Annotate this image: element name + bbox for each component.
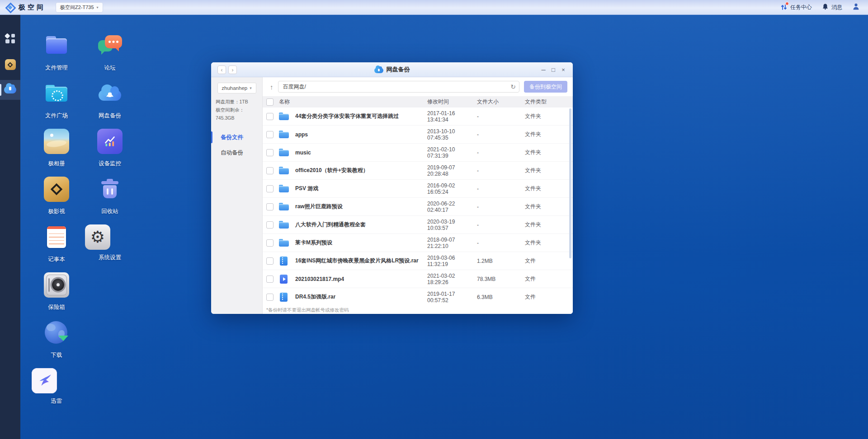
desktop-item-label: 网盘备份 <box>85 112 135 120</box>
forward-button[interactable]: › <box>228 65 237 74</box>
row-checkbox[interactable] <box>266 239 274 247</box>
column-type: 文件类型 <box>525 98 573 106</box>
notification-dot <box>785 2 789 5</box>
up-arrow-icon[interactable]: ↑ <box>270 83 274 91</box>
photos-icon <box>44 129 69 154</box>
file-name: office2010（软件+安装教程） <box>295 167 368 174</box>
account-dropdown[interactable]: zhuhanhep ▾ <box>217 83 256 93</box>
desktop-item-device-monitor[interactable]: 设备监控 <box>85 129 135 168</box>
sidebar-item-apps-grid[interactable] <box>0 28 20 48</box>
row-checkbox[interactable] <box>266 185 274 192</box>
row-checkbox[interactable] <box>266 167 274 174</box>
recycle-bin-icon <box>97 177 123 202</box>
notepad-icon <box>44 224 69 250</box>
file-size: - <box>477 240 525 246</box>
file-modified: 2016-09-02 16:05:24 <box>427 182 477 195</box>
table-row[interactable]: 202103021817.mp42021-03-02 18:29:2678.3M… <box>263 270 573 288</box>
file-plaza-icon <box>44 81 69 106</box>
cloud-backup-icon <box>97 81 123 106</box>
thunder-icon <box>32 368 57 393</box>
file-type: 文件夹 <box>525 131 573 138</box>
file-name: 202103021817.mp4 <box>295 276 344 282</box>
space-remaining: 极空间剩余：745.3GB <box>216 106 262 122</box>
file-type: 文件夹 <box>525 185 573 192</box>
minimize-button[interactable]: ─ <box>539 66 547 73</box>
file-modified: 2019-09-07 20:28:48 <box>427 164 477 177</box>
toolbar: ↑ ↻ 备份到极空间 <box>263 77 573 96</box>
row-checkbox[interactable] <box>266 149 274 156</box>
back-button[interactable]: ‹ <box>217 65 226 74</box>
desktop-item-file-manager[interactable]: 文件管理 <box>32 33 81 72</box>
row-checkbox[interactable] <box>266 131 274 138</box>
row-checkbox[interactable] <box>266 221 274 229</box>
close-button[interactable]: × <box>559 66 567 73</box>
storage-info: 网盘用量：1TB 极空间剩余：745.3GB <box>216 98 262 122</box>
window-side-panel: zhuhanhep ▾ 网盘用量：1TB 极空间剩余：745.3GB 备份文件 … <box>211 77 263 314</box>
table-row[interactable]: music2021-02-10 07:31:39-文件夹 <box>263 144 573 162</box>
desktop-item-notepad[interactable]: 记事本 <box>32 224 81 263</box>
table-row[interactable]: 八大软件入门到精通教程全套2020-03-19 10:03:57-文件夹 <box>263 216 573 234</box>
zspace-logo: 极空间 <box>5 3 46 12</box>
row-checkbox[interactable] <box>266 203 274 210</box>
tab-backup-files[interactable]: 备份文件 <box>211 130 262 145</box>
desktop-item-download[interactable]: 下载 <box>32 320 81 359</box>
messages-button[interactable]: 消息 <box>822 3 842 11</box>
desktop-item-cloud-backup[interactable]: 网盘备份 <box>85 81 135 120</box>
sidebar-item-cloud-backup[interactable] <box>0 80 20 100</box>
desktop-item-forum[interactable]: 论坛 <box>85 33 135 72</box>
select-all-checkbox[interactable] <box>266 98 274 106</box>
desktop-item-recycle-bin[interactable]: 回收站 <box>85 177 135 215</box>
scrollbar-thumb[interactable] <box>569 108 571 258</box>
file-type: 文件夹 <box>525 239 573 247</box>
table-row[interactable]: apps2013-10-10 07:45:35-文件夹 <box>263 126 573 144</box>
folder-icon <box>279 166 289 175</box>
desktop-item-label: 系统设置 <box>85 254 135 262</box>
task-center-icon <box>780 4 788 11</box>
desktop-item-file-plaza[interactable]: 文件广场 <box>32 81 81 120</box>
file-modified: 2017-01-16 13:41:34 <box>427 110 477 123</box>
table-row[interactable]: 16套INS网红城市傍晚夜景黑金胶片风格LR预设.rar2019-03-06 1… <box>263 252 573 270</box>
window-title-text: 网盘备份 <box>387 65 410 74</box>
desktop-item-thunder[interactable]: 迅雷 <box>32 368 81 405</box>
file-size: - <box>477 186 525 192</box>
topbar: 极空间 极空间Z2-T735 ▾ 任务中心 <box>0 0 868 15</box>
row-checkbox[interactable] <box>266 257 274 265</box>
desktop-item-photos[interactable]: 极相册 <box>32 129 81 168</box>
table-row[interactable]: raw照片巨鹿路预设2020-06-22 02:40:17-文件夹 <box>263 198 573 216</box>
file-modified: 2018-09-07 21:22:10 <box>427 237 477 249</box>
table-row[interactable]: DR4.5加强版.rar2019-01-17 00:57:526.3MB文件 <box>263 288 573 306</box>
user-menu-button[interactable] <box>852 3 860 12</box>
row-checkbox[interactable] <box>266 113 274 120</box>
task-center-button[interactable]: 任务中心 <box>780 4 812 11</box>
desktop-item-safe-box[interactable]: 保险箱 <box>32 272 81 311</box>
table-row[interactable]: office2010（软件+安装教程）2019-09-07 20:28:48-文… <box>263 162 573 180</box>
device-selector[interactable]: 极空间Z2-T735 ▾ <box>56 2 103 13</box>
sidebar-item-movies[interactable] <box>0 55 20 75</box>
file-type: 文件夹 <box>525 112 573 120</box>
desktop-item-label: 记事本 <box>32 256 81 263</box>
download-icon <box>44 320 69 346</box>
table-row[interactable]: PSV 游戏2016-09-02 16:05:24-文件夹 <box>263 180 573 198</box>
path-input[interactable] <box>278 81 520 93</box>
maximize-button[interactable]: □ <box>549 66 557 73</box>
file-size: 6.3MB <box>477 294 525 300</box>
backup-button[interactable]: 备份到极空间 <box>524 81 567 93</box>
table-row[interactable]: 莱卡M系列预设2018-09-07 21:22:10-文件夹 <box>263 234 573 252</box>
account-name: zhuhanhep <box>222 85 247 91</box>
mp4-icon <box>279 275 289 284</box>
file-name: PSV 游戏 <box>295 185 318 192</box>
user-icon <box>852 3 860 12</box>
row-checkbox[interactable] <box>266 276 274 283</box>
folder-icon <box>279 238 289 248</box>
tab-auto-backup[interactable]: 自动备份 <box>211 145 262 160</box>
desktop-item-movies[interactable]: 极影视 <box>32 177 81 215</box>
desktop-item-system-settings[interactable]: ⚙系统设置 <box>85 224 135 262</box>
desktop-item-label: 迅雷 <box>32 397 81 405</box>
file-modified: 2020-06-22 02:40:17 <box>427 201 477 213</box>
table-row[interactable]: 44套分类分类字体安装字体重复可选择跳过2017-01-16 13:41:34-… <box>263 107 573 126</box>
zspace-logo-text: 极空间 <box>19 3 46 12</box>
row-checkbox[interactable] <box>266 294 274 301</box>
refresh-icon[interactable]: ↻ <box>510 83 516 91</box>
folder-icon <box>279 202 289 211</box>
file-modified: 2019-03-06 11:32:19 <box>427 255 477 267</box>
